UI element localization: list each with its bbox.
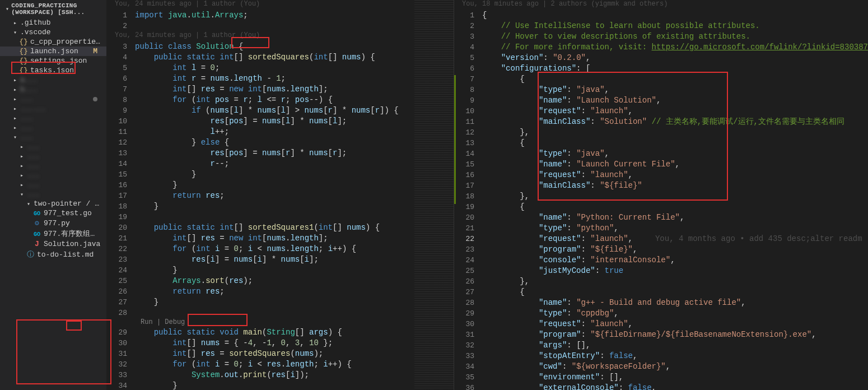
file-explorer-sidebar[interactable]: ▾ CODING_PRACTICING (WORKSPACE) [SSH... … — [0, 0, 107, 390]
code-line[interactable]: 20 public static int[] sortedSquares1(in… — [107, 222, 454, 233]
codelens[interactable]: Run | Debug — [107, 318, 454, 327]
code-line[interactable]: 8 for (int pos = r; l <= r; pos--) { — [107, 95, 454, 105]
code-line[interactable]: 14 "type": "java", — [454, 148, 868, 159]
code-line[interactable]: 29 "type": "cppdbg", — [454, 308, 868, 319]
file-item[interactable]: {}settings.json — [0, 56, 106, 66]
code-line[interactable]: 36 "externalConsole": false, — [454, 383, 868, 390]
code-line[interactable]: 3 // Hover to view descriptions of exist… — [454, 31, 868, 42]
code-line[interactable]: 19 { — [454, 202, 868, 212]
folder-item[interactable]: ▸... — [0, 151, 106, 161]
code-line[interactable]: 26 return res; — [107, 286, 454, 297]
code-line[interactable]: 11 l++; — [107, 127, 454, 137]
code-line[interactable]: 9 if (nums[l] * nums[l] > nums[r] * nums… — [107, 105, 454, 116]
code-area[interactable]: 1{2 // Use IntelliSense to learn about p… — [454, 10, 868, 390]
folder-item[interactable]: ▸... — [0, 123, 106, 132]
code-line[interactable]: 11 "mainClass": "Solution" // 主类名称,要能调试/… — [454, 117, 868, 127]
code-line[interactable]: 24 } — [107, 265, 454, 276]
file-item[interactable]: GO977_test.go — [0, 208, 106, 218]
code-line[interactable]: 7 int[] res = new int[nums.length]; — [107, 84, 454, 95]
code-line[interactable]: 19 — [107, 212, 454, 222]
code-line[interactable]: 4 public static int[] sortedSquares(int[… — [107, 52, 454, 63]
code-line[interactable]: 15 "name": "Launch Current File", — [454, 159, 868, 170]
file-item[interactable]: ⓘto-do-list.md — [0, 249, 106, 260]
code-line[interactable]: 30 int[] nums = { -4, -1, 0, 3, 10 }; — [107, 338, 454, 349]
code-line[interactable]: 8 "type": "java", — [454, 85, 868, 95]
codelens-debug[interactable]: Debug — [165, 318, 185, 326]
code-line[interactable]: 31 "program": "${fileDirname}/${fileBase… — [454, 329, 868, 340]
code-line[interactable]: 2 — [107, 21, 454, 31]
code-line[interactable]: 16 } — [107, 180, 454, 191]
code-line[interactable]: 33 System.out.print(res[i]); — [107, 370, 454, 380]
code-line[interactable]: 1{ — [454, 10, 868, 21]
codelens-run[interactable]: Run — [141, 318, 153, 326]
code-line[interactable]: 27 } — [107, 297, 454, 308]
editor-right-pane[interactable]: You, 18 minutes ago | 2 authors (yigmmk … — [454, 0, 868, 390]
code-line[interactable]: 21 "type": "python", — [454, 223, 868, 234]
code-line[interactable]: 10 res[pos] = nums[l] * nums[l]; — [107, 116, 454, 127]
code-line[interactable]: 29 public static void main(String[] args… — [107, 327, 454, 338]
code-line[interactable]: 23 "program": "${file}", — [454, 244, 868, 255]
code-line[interactable]: 18 } — [107, 201, 454, 212]
file-item[interactable]: {}launch.jsonM — [0, 47, 106, 56]
minimap[interactable] — [414, 0, 454, 390]
code-line[interactable]: 27 { — [454, 287, 868, 298]
file-item[interactable]: GO977.有序数组的平方.go — [0, 228, 106, 239]
folder-item[interactable]: ▸...... — [0, 104, 106, 113]
folder-item[interactable]: ▾.vscode — [0, 27, 106, 37]
code-line[interactable]: 5 "version": "0.2.0", — [454, 53, 868, 63]
folder-item[interactable]: ▸... — [0, 161, 106, 170]
code-line[interactable]: 12 }, — [454, 127, 868, 138]
code-line[interactable]: 30 "request": "launch", — [454, 319, 868, 329]
code-line[interactable]: 22 for (int i = 0; i < nums.length; i++)… — [107, 244, 454, 254]
code-line[interactable]: 33 "stopAtEntry": false, — [454, 351, 868, 361]
code-line[interactable]: 1import java.util.Arrays; — [107, 10, 454, 21]
folder-item[interactable]: ▾... — [0, 132, 106, 142]
code-line[interactable]: 25 "justMyCode": true — [454, 266, 868, 276]
code-line[interactable]: 6 "configurations": [ — [454, 63, 868, 74]
file-tree[interactable]: ▸.github▾.vscode{}c_cpp_properties.json{… — [0, 18, 106, 260]
folder-item[interactable]: ▸... — [0, 170, 106, 180]
code-line[interactable]: 13 { — [454, 138, 868, 148]
code-line[interactable]: 6 int r = nums.length - 1; — [107, 73, 454, 84]
code-line[interactable]: 16 "request": "launch", — [454, 170, 868, 180]
file-item[interactable]: {}tasks.json — [0, 66, 106, 75]
code-line[interactable]: 32 "args": [], — [454, 340, 868, 351]
code-line[interactable]: 13 res[pos] = nums[r] * nums[r]; — [107, 148, 454, 159]
folder-item[interactable]: ▸... — [0, 113, 106, 123]
code-line[interactable]: 26 }, — [454, 276, 868, 287]
code-line[interactable]: 14 r--; — [107, 159, 454, 169]
code-line[interactable]: 35 "environment": [], — [454, 372, 868, 383]
code-line[interactable]: 31 int[] res = sortedSquares(nums); — [107, 349, 454, 359]
code-line[interactable]: 34 } — [107, 380, 454, 390]
code-line[interactable]: 34 "cwd": "${workspaceFolder}", — [454, 361, 868, 372]
code-line[interactable]: 22 "request": "launch",You, 4 months ago… — [454, 234, 868, 244]
code-line[interactable]: 24 "console": "internalConsole", — [454, 255, 868, 266]
folder-item[interactable]: ▾two-pointer / 977 — [0, 199, 106, 208]
code-line[interactable]: 23 res[i] = nums[i] * nums[i]; — [107, 254, 454, 265]
code-line[interactable]: 25 Arrays.sort(res); — [107, 276, 454, 286]
code-line[interactable]: 18 }, — [454, 191, 868, 202]
code-line[interactable]: 17 return res; — [107, 191, 454, 201]
folder-item[interactable]: ▸... — [0, 180, 106, 189]
code-line[interactable]: 5 int l = 0; — [107, 63, 454, 73]
folder-item[interactable]: ▸a... — [0, 75, 106, 85]
code-line[interactable]: 17 "mainClass": "${file}" — [454, 180, 868, 191]
code-line[interactable]: 32 for (int i = 0; i < res.length; i++) … — [107, 359, 454, 370]
code-line[interactable]: 7 { — [454, 74, 868, 85]
code-line[interactable]: 4 // For more information, visit: https:… — [454, 42, 868, 53]
editor-left-pane[interactable]: You, 24 minutes ago | 1 author (You) 1im… — [107, 0, 454, 390]
code-line[interactable]: 9 "name": "Launch Solution", — [454, 95, 868, 106]
code-line[interactable]: 12 } else { — [107, 137, 454, 148]
file-item[interactable]: ⚙977.py — [0, 218, 106, 228]
code-line[interactable]: 28 — [107, 308, 454, 318]
folder-item[interactable]: ▾... — [0, 189, 106, 199]
code-line[interactable]: 2 // Use IntelliSense to learn about pos… — [454, 21, 868, 31]
code-line[interactable]: 10 "request": "launch", — [454, 106, 868, 117]
code-line[interactable]: 15 } — [107, 169, 454, 180]
folder-item[interactable]: ▸... — [0, 94, 106, 104]
code-line[interactable]: 3public class Solution { — [107, 41, 454, 52]
code-line[interactable]: 20 "name": "Python: Current File", — [454, 212, 868, 223]
folder-item[interactable]: ▸... — [0, 142, 106, 151]
file-item[interactable]: {}c_cpp_properties.json — [0, 37, 106, 47]
folder-item[interactable]: ▸b... — [0, 85, 106, 94]
